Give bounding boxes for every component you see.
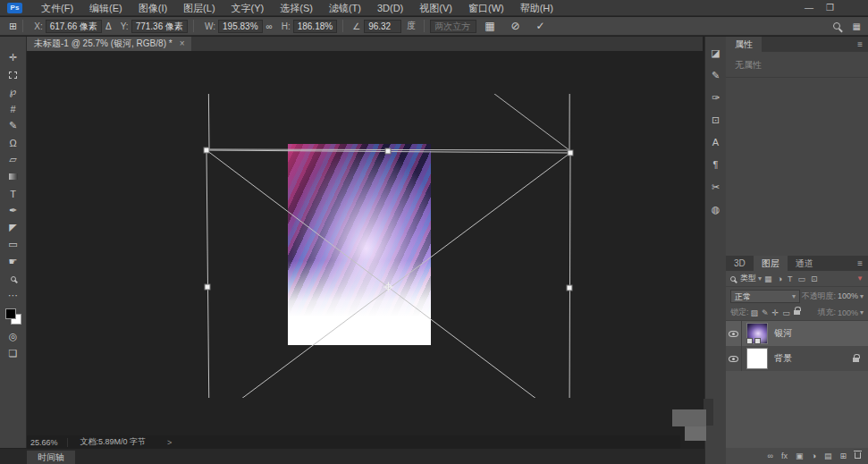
rotation-angle-field[interactable]: 96.32	[364, 20, 401, 33]
link-layers-icon[interactable]: ∞	[768, 451, 773, 460]
menu-3d[interactable]: 3D(D)	[369, 0, 411, 16]
handle-top-left[interactable]	[204, 148, 209, 153]
path-select-tool[interactable]: ◤	[2, 219, 25, 236]
brush-settings-panel-icon[interactable]: ✎	[707, 68, 725, 82]
blend-mode-dropdown[interactable]: 正常 ▾	[730, 290, 800, 303]
minimize-button[interactable]: —	[805, 3, 813, 13]
transform-bounds[interactable]	[206, 94, 570, 150]
lock-all-icon[interactable]	[794, 310, 800, 315]
reference-point-icon[interactable]: ⊞	[9, 21, 17, 32]
delete-layer-icon[interactable]	[855, 452, 861, 459]
y-position-field[interactable]: 771.36 像素	[131, 20, 188, 33]
foreground-color-swatch[interactable]	[5, 308, 16, 319]
lock-transparent-icon[interactable]: ▨	[751, 308, 759, 317]
menu-file[interactable]: 文件(F)	[33, 0, 81, 16]
layer-row-background[interactable]: 背景	[726, 346, 868, 371]
clone-stamp-tool[interactable]: Ω	[2, 134, 25, 151]
clone-source-panel-icon[interactable]: ⊡	[707, 113, 725, 127]
pen-tool[interactable]: ✒	[2, 202, 25, 219]
handle-top-center[interactable]	[385, 148, 391, 154]
tab-channels[interactable]: 通道	[788, 256, 822, 271]
lock-brush-icon[interactable]: ✎	[762, 308, 769, 317]
brushes-panel-icon[interactable]: ✑	[707, 90, 725, 105]
menu-edit[interactable]: 编辑(E)	[81, 0, 131, 16]
menu-select[interactable]: 选择(S)	[272, 0, 321, 16]
layer-thumbnail[interactable]	[746, 323, 768, 344]
transform-outline[interactable]	[206, 150, 570, 398]
handle-middle-left[interactable]	[205, 284, 210, 290]
eraser-tool[interactable]: ▱	[2, 151, 25, 168]
close-document-icon[interactable]: ×	[180, 37, 185, 51]
crop-tool[interactable]: #	[2, 100, 25, 117]
menu-view[interactable]: 视图(V)	[411, 0, 460, 16]
menu-type[interactable]: 文字(Y)	[223, 0, 273, 16]
zoom-tool[interactable]	[2, 270, 25, 287]
edit-toolbar-button[interactable]: ⋯	[2, 287, 25, 304]
x-position-field[interactable]: 617.66 像素	[46, 20, 102, 33]
character-panel-icon[interactable]: A	[707, 135, 725, 149]
filter-adjustment-icon[interactable]: ◑	[778, 274, 782, 283]
brush-tool[interactable]: ✎	[2, 117, 25, 134]
handle-middle-right[interactable]	[567, 285, 572, 291]
width-scale-field[interactable]: 195.83%	[218, 20, 262, 33]
shape-tool[interactable]: ▭	[2, 236, 25, 253]
tool-presets-panel-icon[interactable]: ✂	[707, 180, 725, 194]
document-tab[interactable]: 未标题-1 @ 25.7% (银河, RGB/8) * ×	[27, 37, 191, 51]
restore-button[interactable]: ❐	[826, 3, 834, 13]
handle-top-right[interactable]	[568, 150, 573, 156]
opacity-value[interactable]: 100%	[838, 291, 858, 300]
layer-name[interactable]: 银河	[774, 327, 792, 340]
link-dimensions-icon[interactable]: ∞	[266, 21, 273, 31]
filter-toggle-icon[interactable]: ▼	[856, 274, 864, 283]
properties-tab[interactable]: 属性	[726, 37, 762, 52]
visibility-toggle[interactable]	[726, 346, 742, 371]
menu-layer[interactable]: 图层(L)	[175, 0, 223, 16]
zoom-level-field[interactable]: 25.66%	[30, 438, 68, 447]
filter-smart-object-icon[interactable]: ⊡	[811, 274, 818, 283]
layer-thumbnail[interactable]	[746, 348, 768, 369]
add-mask-icon[interactable]: ▣	[796, 451, 804, 460]
visibility-toggle[interactable]	[726, 321, 742, 346]
relative-position-icon[interactable]: Δ	[105, 21, 112, 31]
gradient-tool[interactable]	[2, 168, 25, 185]
free-transform-box[interactable]	[174, 94, 577, 398]
menu-window[interactable]: 窗口(W)	[460, 0, 512, 16]
timeline-panel-tab[interactable]: 时间轴	[27, 451, 75, 464]
screen-mode-button[interactable]: ❏	[2, 345, 25, 362]
filter-pixel-icon[interactable]: ▦	[764, 274, 772, 283]
filter-type-icon[interactable]: T	[788, 274, 793, 283]
canvas-area[interactable]	[27, 51, 703, 435]
layer-name[interactable]: 背景	[774, 352, 792, 365]
new-layer-icon[interactable]: ⊞	[839, 451, 847, 460]
paragraph-panel-icon[interactable]: ¶	[707, 157, 725, 172]
navigator-panel-icon[interactable]: ◍	[707, 202, 725, 216]
panel-menu-icon[interactable]: ≡	[857, 258, 863, 268]
filter-type-dropdown[interactable]: 类型	[740, 273, 756, 284]
move-tool[interactable]: ✛	[2, 49, 25, 66]
cancel-transform-icon[interactable]: ⊘	[510, 20, 519, 32]
lock-artboard-icon[interactable]: ▭	[782, 308, 790, 317]
menu-filter[interactable]: 滤镜(T)	[321, 0, 369, 16]
lasso-tool[interactable]: ℘	[2, 83, 25, 100]
commit-transform-icon[interactable]: ✓	[536, 20, 545, 32]
lock-move-icon[interactable]: ✛	[772, 308, 780, 317]
fill-control[interactable]: 填充: 100% ▾	[817, 307, 864, 318]
filter-shape-icon[interactable]: ▭	[797, 274, 805, 283]
panel-menu-icon[interactable]: ≡	[857, 39, 863, 49]
hand-tool[interactable]: ☛	[2, 253, 25, 270]
search-icon[interactable]	[833, 22, 840, 30]
new-group-icon[interactable]: ▤	[824, 451, 832, 460]
opacity-control[interactable]: 不透明度: 100% ▾	[801, 291, 864, 302]
marquee-tool[interactable]	[2, 66, 25, 83]
new-adjustment-layer-icon[interactable]: ◑	[812, 451, 816, 460]
height-scale-field[interactable]: 186.18%	[293, 20, 337, 33]
layer-row-galaxy[interactable]: 银河	[726, 321, 868, 346]
workspace-switcher-icon[interactable]: ▦	[853, 21, 861, 31]
color-panel-icon[interactable]: ◪	[707, 46, 725, 60]
tab-3d[interactable]: 3D	[726, 256, 754, 271]
quick-mask-button[interactable]: ◎	[2, 328, 25, 345]
warp-mode-toggle-icon[interactable]: ▦	[485, 20, 494, 32]
type-tool[interactable]: T	[2, 185, 25, 202]
menu-image[interactable]: 图像(I)	[131, 0, 175, 16]
interpolation-dropdown[interactable]: 两次立方	[430, 20, 476, 33]
